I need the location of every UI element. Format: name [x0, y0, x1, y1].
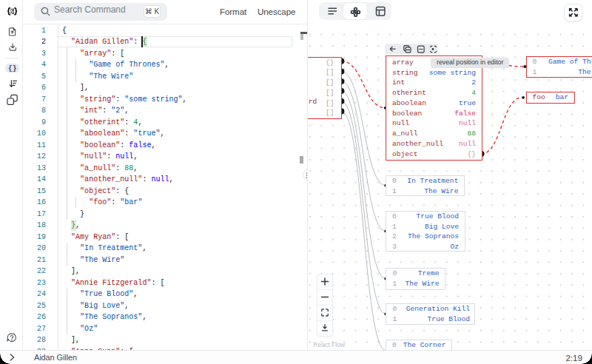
svg-text:{}: {}	[8, 64, 17, 73]
